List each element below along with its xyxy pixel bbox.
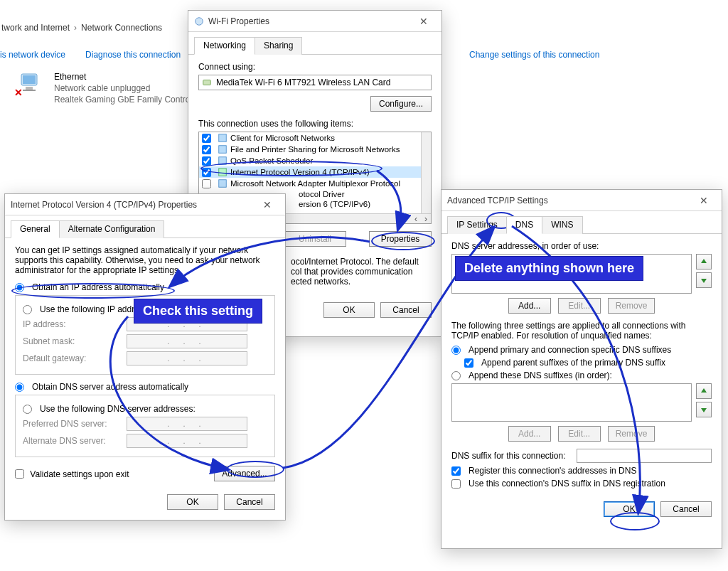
- ipv4-tab-general[interactable]: General: [11, 220, 60, 238]
- dns-suffix-conn-label: DNS suffix for this connection:: [451, 451, 572, 461]
- toolbar-change-settings-link[interactable]: Change settings of this connection: [469, 50, 599, 60]
- wifi-adapter-field: MediaTek Wi-Fi 6 MT7921 Wireless LAN Car…: [198, 75, 432, 90]
- breadcrumb-separator-icon: ›: [74, 23, 77, 33]
- wifi-props-icon: [194, 16, 204, 26]
- wifi-ok-button[interactable]: OK: [323, 302, 375, 318]
- breadcrumb: twork and Internet › Network Connections: [0, 23, 162, 33]
- dns-add-button[interactable]: Add...: [508, 298, 551, 314]
- connect-using-label: Connect using:: [198, 62, 432, 72]
- alternate-dns-field[interactable]: . . .: [127, 434, 247, 448]
- register-dns-checkbox[interactable]: [451, 466, 461, 476]
- adapter-name: Ethernet: [54, 71, 190, 82]
- item-checkbox[interactable]: [202, 168, 211, 177]
- dns-suffixes-listbox[interactable]: [451, 383, 692, 422]
- obtain-dns-auto-label: Obtain DNS server address automatically: [32, 382, 188, 392]
- svg-rect-5: [203, 80, 211, 85]
- use-dns-radio[interactable]: [23, 405, 32, 414]
- dns-suffix-conn-input[interactable]: [577, 449, 712, 463]
- append-parent-checkbox[interactable]: [464, 358, 473, 368]
- ipv4-titlebar[interactable]: Internet Protocol Version 4 (TCP/IPv4) P…: [5, 194, 285, 215]
- adv-tab-dns[interactable]: DNS: [506, 216, 542, 234]
- suffix-remove-button[interactable]: Remove: [608, 426, 655, 442]
- preferred-dns-field[interactable]: . . .: [127, 417, 247, 431]
- item-checkbox[interactable]: [202, 145, 211, 154]
- use-suffix-reg-checkbox[interactable]: [451, 479, 461, 489]
- adv-tab-wins[interactable]: WINS: [542, 216, 582, 234]
- wifi-cancel-button[interactable]: Cancel: [380, 302, 432, 318]
- move-down-button[interactable]: [696, 272, 712, 288]
- obtain-ip-auto-radio[interactable]: [15, 283, 24, 292]
- suffix-move-up-button[interactable]: [696, 383, 712, 399]
- list-scrollbar-vertical[interactable]: [421, 132, 431, 213]
- use-dns-label: Use the following DNS server addresses:: [40, 404, 196, 414]
- wifi-tab-networking[interactable]: Networking: [194, 37, 255, 55]
- append-primary-radio[interactable]: [451, 346, 461, 355]
- advanced-button[interactable]: Advanced...: [214, 466, 275, 481]
- append-parent-label: Append parent suffixes of the primary DN…: [481, 358, 665, 368]
- list-item: Client for Microsoft Networks: [199, 132, 431, 144]
- breadcrumb-part-1[interactable]: twork and Internet: [1, 23, 70, 33]
- ipv4-cancel-button[interactable]: Cancel: [224, 494, 275, 510]
- dns-remove-button[interactable]: Remove: [608, 298, 655, 314]
- adv-title-text: Advanced TCP/IP Settings: [447, 196, 548, 206]
- suffix-edit-button[interactable]: Edit...: [558, 426, 601, 442]
- scroll-left-icon[interactable]: ‹: [411, 214, 421, 223]
- three-settings-blurb: The following three settings are applied…: [451, 321, 712, 341]
- svg-rect-7: [219, 146, 227, 154]
- item-checkbox[interactable]: [202, 179, 211, 188]
- adapter-vendor: Realtek Gaming GbE Family Contro: [54, 94, 190, 105]
- item-checkbox[interactable]: [202, 134, 211, 143]
- adv-tab-ip-settings[interactable]: IP Settings: [447, 216, 507, 234]
- register-dns-label: Register this connection's addresses in …: [469, 466, 636, 476]
- subnet-mask-field[interactable]: . . .: [127, 334, 247, 348]
- toolbar-diagnose-link[interactable]: Diagnose this connection: [85, 50, 181, 60]
- properties-button[interactable]: Properties: [369, 231, 432, 247]
- scroll-right-icon[interactable]: ›: [421, 214, 431, 223]
- validate-settings-checkbox[interactable]: [15, 469, 24, 479]
- svg-rect-3: [23, 90, 36, 91]
- obtain-dns-auto-radio[interactable]: [15, 383, 24, 392]
- list-item-ipv4-selected: Internet Protocol Version 4 (TCP/IPv4): [199, 166, 431, 178]
- ipv4-ok-button[interactable]: OK: [167, 494, 218, 510]
- dns-edit-button[interactable]: Edit...: [558, 298, 601, 314]
- suffix-move-down-button[interactable]: [696, 402, 712, 417]
- append-these-radio[interactable]: [451, 371, 461, 380]
- ip-address-label: IP address:: [23, 319, 122, 329]
- ipv4-tab-alternate[interactable]: Alternate Configuration: [59, 220, 165, 238]
- append-these-label: Append these DNS suffixes (in order):: [469, 370, 612, 380]
- advanced-tcpip-window: Advanced TCP/IP Settings ✕ IP Settings D…: [441, 189, 722, 549]
- toolbar-disable-device-link[interactable]: is network device: [0, 50, 65, 60]
- wifi-tabs: Networking Sharing: [188, 32, 441, 55]
- adapter-status: Network cable unplugged: [54, 82, 190, 94]
- configure-button[interactable]: Configure...: [370, 96, 432, 112]
- wifi-titlebar[interactable]: Wi-Fi Properties ✕: [188, 11, 441, 32]
- ethernet-adapter-icon: ✕: [18, 71, 47, 97]
- svg-rect-9: [219, 169, 227, 176]
- list-item: File and Printer Sharing for Microsoft N…: [199, 144, 431, 155]
- svg-rect-1: [23, 75, 36, 84]
- svg-rect-6: [219, 134, 227, 142]
- append-primary-label: Append primary and connection specific D…: [469, 345, 671, 355]
- preferred-dns-label: Preferred DNS server:: [23, 419, 122, 429]
- wifi-adapter-name: MediaTek Wi-Fi 6 MT7921 Wireless LAN Car…: [216, 78, 390, 87]
- use-ip-radio[interactable]: [23, 305, 32, 314]
- svg-rect-8: [219, 157, 227, 165]
- subnet-mask-label: Subnet mask:: [23, 336, 122, 346]
- breadcrumb-part-2[interactable]: Network Connections: [81, 23, 162, 33]
- adv-close-button[interactable]: ✕: [693, 195, 714, 206]
- adv-cancel-button[interactable]: Cancel: [660, 501, 712, 517]
- adv-ok-button[interactable]: OK: [604, 501, 655, 517]
- adapter-tile-ethernet[interactable]: ✕ Ethernet Network cable unplugged Realt…: [18, 71, 190, 106]
- adv-titlebar[interactable]: Advanced TCP/IP Settings ✕: [441, 190, 722, 211]
- wifi-close-button[interactable]: ✕: [413, 16, 434, 27]
- svg-point-4: [196, 17, 203, 25]
- item-checkbox[interactable]: [202, 156, 211, 166]
- uninstall-button[interactable]: Uninstall: [284, 231, 346, 247]
- wifi-tab-sharing[interactable]: Sharing: [255, 37, 302, 55]
- suffix-add-button[interactable]: Add...: [508, 426, 551, 442]
- default-gateway-field[interactable]: . . .: [127, 351, 247, 365]
- nic-icon: [202, 78, 212, 87]
- ipv4-close-button[interactable]: ✕: [257, 199, 278, 210]
- move-up-button[interactable]: [696, 254, 712, 270]
- validate-settings-label: Validate settings upon exit: [30, 469, 129, 479]
